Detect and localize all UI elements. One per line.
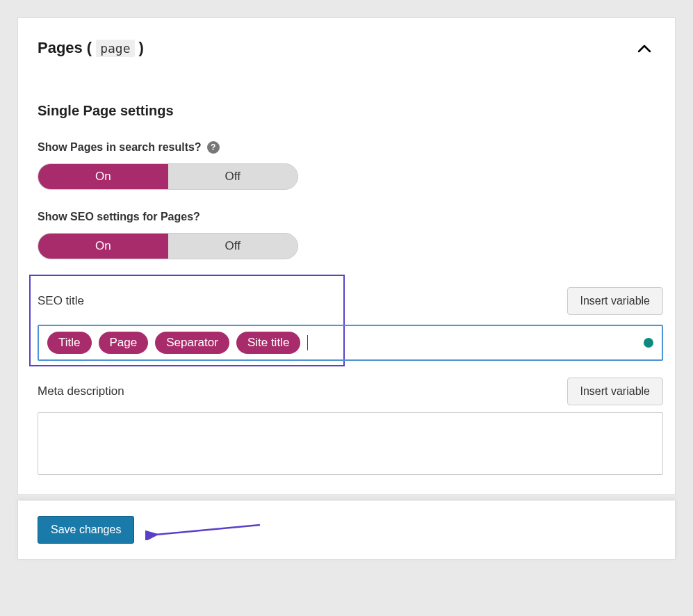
- panel-title-open: (: [87, 39, 92, 57]
- meta-desc-label: Meta description: [38, 384, 124, 398]
- seo-status-dot-icon: [644, 338, 653, 348]
- text-cursor: [307, 335, 308, 350]
- panel-title: Pages ( page ): [38, 39, 144, 57]
- panel-header: Pages ( page ): [38, 35, 655, 61]
- toggle-show-seo-on[interactable]: On: [38, 234, 168, 259]
- setting-show-seo-label: Show SEO settings for Pages?: [38, 211, 655, 223]
- meta-description-section: Meta description Insert variable: [38, 378, 655, 478]
- seo-title-input[interactable]: Title Page Separator Site title: [38, 325, 663, 361]
- panel-title-prefix: Pages: [38, 39, 83, 57]
- setting-show-search-label: Show Pages in search results? ?: [38, 141, 655, 154]
- toggle-show-search-on[interactable]: On: [38, 164, 168, 189]
- variable-pill[interactable]: Separator: [155, 332, 229, 354]
- section-title: Single Page settings: [38, 103, 655, 119]
- pages-panel: Pages ( page ) Single Page settings Show…: [17, 17, 676, 495]
- collapse-icon[interactable]: [633, 35, 655, 61]
- panel-title-close: ): [139, 39, 144, 57]
- seo-title-header: SEO title Insert variable: [38, 287, 663, 315]
- setting-show-search: Show Pages in search results? ? On Off: [38, 141, 655, 190]
- seo-title-section: SEO title Insert variable Title Page Sep…: [38, 287, 655, 361]
- save-changes-button[interactable]: Save changes: [38, 516, 134, 544]
- save-bar: Save changes: [17, 501, 676, 560]
- variable-pill[interactable]: Site title: [236, 332, 300, 354]
- toggle-show-seo-off[interactable]: Off: [168, 234, 298, 259]
- toggle-show-search[interactable]: On Off: [38, 163, 298, 190]
- seo-title-label: SEO title: [38, 294, 84, 308]
- setting-show-search-text: Show Pages in search results?: [38, 141, 202, 154]
- setting-show-seo-text: Show SEO settings for Pages?: [38, 211, 200, 223]
- toggle-show-search-off[interactable]: Off: [168, 164, 298, 189]
- variable-pill[interactable]: Page: [99, 332, 149, 354]
- toggle-show-seo[interactable]: On Off: [38, 233, 298, 259]
- setting-show-seo: Show SEO settings for Pages? On Off: [38, 211, 655, 259]
- arrow-annotation-icon: [145, 519, 263, 540]
- insert-variable-button-meta[interactable]: Insert variable: [567, 378, 664, 405]
- insert-variable-button-seo[interactable]: Insert variable: [567, 287, 664, 315]
- variable-pill[interactable]: Title: [47, 332, 92, 354]
- meta-description-input[interactable]: [38, 412, 663, 475]
- panel-title-code: page: [96, 40, 134, 57]
- help-icon[interactable]: ?: [207, 141, 220, 154]
- svg-line-1: [156, 525, 260, 535]
- meta-desc-header: Meta description Insert variable: [38, 378, 663, 405]
